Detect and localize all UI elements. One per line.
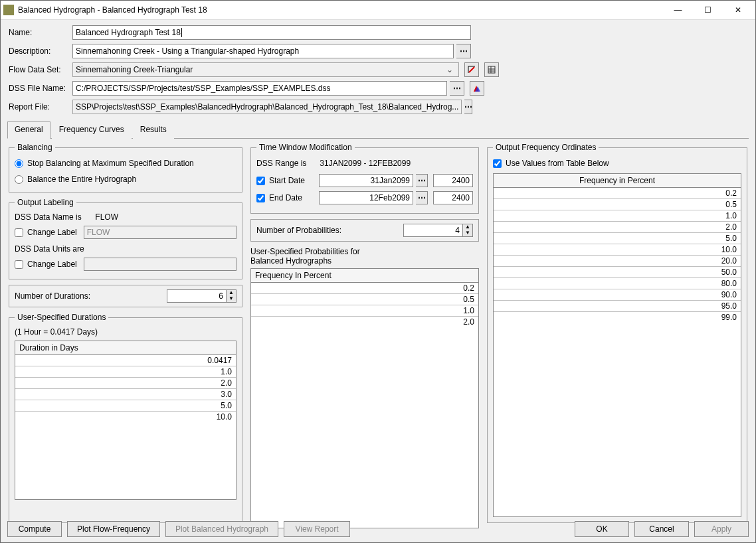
maximize-button[interactable]: ☐ [693,1,723,19]
chart-bluered-icon [472,84,482,93]
table-row[interactable]: 50.0 [494,267,741,278]
user-probs-header: Frequency In Percent [251,269,478,283]
durations-header: Duration in Days [15,341,236,355]
plot-red-icon-button[interactable] [464,62,479,77]
table-icon-button[interactable] [484,62,499,77]
dss-range-value: 31JAN2099 - 12FEB2099 [320,159,411,168]
start-time-input[interactable]: 2400 [433,174,473,187]
durations-hint: (1 Hour = 0.0417 Days) [15,327,236,337]
balance-stop-radio[interactable] [15,159,23,168]
plot-balanced-hydrograph-button[interactable]: Plot Balanced Hydrograph [165,521,278,537]
end-date-input[interactable]: 12Feb2099 [319,191,413,204]
dss-file-value: C:/PROJECTS/SSP/Projects/test/SSP_Exampl… [76,84,330,93]
user-probs-table[interactable]: Frequency In Percent 0.2 0.5 1.0 2.0 [250,268,479,528]
user-durations-group: User-Specified Durations (1 Hour = 0.041… [9,313,242,523]
window: Balanced Hydrograph - Balanced Hydrograp… [0,0,756,543]
start-date-checkbox[interactable] [256,177,265,185]
table-row[interactable]: 0.2 [494,188,741,199]
change-label-1-checkbox[interactable] [15,228,23,237]
tab-frequency-curves[interactable]: Frequency Curves [52,121,132,139]
dss-data-name-is-label: DSS Data Name is [15,212,93,222]
num-prob-spinner[interactable]: ▲▼ [463,224,473,237]
window-title: Balanced Hydrograph - Balanced Hydrograp… [18,5,663,15]
end-date-checkbox[interactable] [256,194,265,202]
end-date-label: End Date [269,193,302,202]
flowset-value: Sinnemahoning Creek-Triangular [76,65,444,74]
ok-button[interactable]: OK [575,521,629,537]
close-icon: ✕ [735,5,741,15]
use-values-checkbox[interactable] [493,159,502,168]
tab-general[interactable]: General [7,121,50,139]
balance-entire-label: Balance the Entire Hydrograph [27,175,136,184]
compute-button[interactable]: Compute [7,521,62,537]
dss-file-input[interactable]: C:/PROJECTS/SSP/Projects/test/SSP_Exampl… [72,81,447,96]
end-date-picker-button[interactable]: ⋯ [416,191,428,204]
use-values-label: Use Values from Table Below [506,159,609,168]
table-row[interactable]: 99.0 [494,312,741,323]
ellipsis-icon: ⋯ [460,46,467,56]
num-prob-label: Number of Probabilities: [256,226,403,235]
table-row[interactable]: 5.0 [494,233,741,244]
end-time-input[interactable]: 2400 [433,191,473,204]
ellipsis-icon: ⋯ [418,176,425,185]
name-label: Name: [7,28,72,37]
output-freq-legend: Output Frequency Ordinates [493,143,599,152]
plot-blue-icon-button[interactable] [470,81,484,96]
apply-button[interactable]: Apply [694,521,749,537]
table-row[interactable]: 1.0 [494,210,741,222]
output-freq-table[interactable]: Frequency in Percent 0.2 0.5 1.0 2.0 5.0… [493,173,741,517]
table-row[interactable]: 0.0417 [15,355,236,366]
minimize-button[interactable]: — [663,1,693,19]
table-row[interactable]: 0.5 [251,294,478,305]
ellipsis-icon: ⋯ [418,193,425,202]
report-browse-button[interactable]: ⋯ [464,100,472,114]
dss-data-units-are-label: DSS Data Units are [15,244,84,254]
spinner-down-icon: ▼ [463,230,472,236]
table-row[interactable]: 2.0 [251,317,478,328]
output-freq-group: Output Frequency Ordinates Use Values fr… [487,143,747,523]
cancel-button[interactable]: Cancel [634,521,689,537]
plot-flow-frequency-button[interactable]: Plot Flow-Frequency [67,521,160,537]
tab-strip: General Frequency Curves Results [7,121,749,139]
description-label: Description: [7,46,72,56]
flowset-select[interactable]: Sinnemahoning Creek-Triangular ⌄ [72,62,459,77]
ellipsis-icon: ⋯ [453,84,460,93]
num-durations-spinner[interactable]: ▲▼ [227,289,236,303]
table-row[interactable]: 1.0 [15,366,236,378]
view-report-button[interactable]: View Report [284,521,350,537]
button-bar: Compute Plot Flow-Frequency Plot Balance… [1,517,755,543]
minimize-icon: — [674,5,682,15]
table-row[interactable]: 10.0 [15,412,236,423]
table-row[interactable]: 1.0 [251,305,478,317]
app-icon [3,5,14,15]
start-date-picker-button[interactable]: ⋯ [416,174,428,187]
maximize-icon: ☐ [704,5,711,15]
description-input[interactable]: Sinnemahoning Creek - Using a Triangular… [72,44,454,58]
table-row[interactable]: 0.2 [251,283,478,294]
chart-red-icon [467,65,476,74]
table-row[interactable]: 5.0 [15,400,236,412]
time-window-legend: Time Window Modification [256,143,355,152]
table-row[interactable]: 3.0 [15,389,236,400]
tab-results[interactable]: Results [133,121,174,139]
table-row[interactable]: 2.0 [494,222,741,233]
table-row[interactable]: 95.0 [494,301,741,312]
table-row[interactable]: 0.5 [494,199,741,210]
table-row[interactable]: 10.0 [494,244,741,256]
name-input[interactable]: Balanced Hydrograph Test 18 [72,25,471,40]
table-row[interactable]: 90.0 [494,289,741,301]
description-browse-button[interactable]: ⋯ [456,44,471,58]
num-durations-input[interactable]: 6 [167,289,227,303]
durations-table[interactable]: Duration in Days 0.0417 1.0 2.0 3.0 5.0 … [15,341,236,500]
num-durations-label: Number of Durations: [15,291,167,301]
balance-entire-radio[interactable] [15,175,23,184]
balance-stop-label: Stop Balancing at Maximum Specified Dura… [27,159,194,168]
dss-browse-button[interactable]: ⋯ [450,81,464,96]
table-row[interactable]: 80.0 [494,278,741,289]
table-row[interactable]: 20.0 [494,256,741,267]
close-button[interactable]: ✕ [723,1,753,19]
num-prob-input[interactable]: 4 [403,224,463,237]
start-date-input[interactable]: 31Jan2099 [319,174,413,187]
table-row[interactable]: 2.0 [15,378,236,389]
change-label-2-checkbox[interactable] [15,260,23,269]
